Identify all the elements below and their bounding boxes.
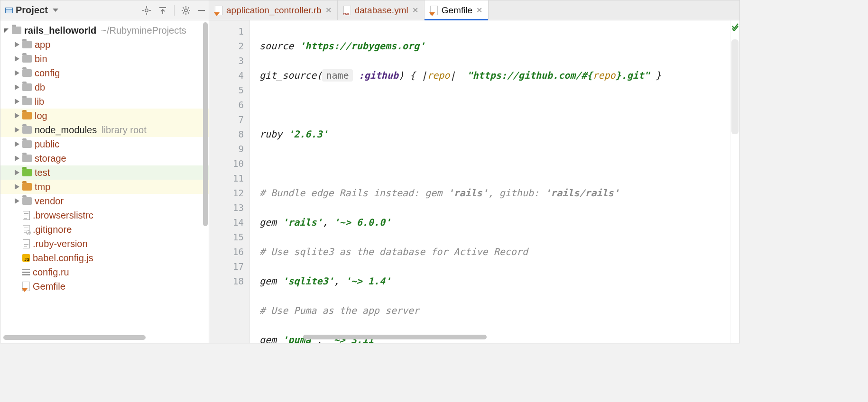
gear-icon[interactable]: [181, 6, 191, 15]
tree-folder[interactable]: node_moduleslibrary root: [0, 123, 209, 137]
svg-point-7: [185, 9, 187, 12]
folder-icon: [22, 55, 32, 63]
parameter-hint: name: [322, 69, 352, 82]
collapse-arrow-icon[interactable]: [14, 127, 20, 133]
tab-label: Gemfile: [442, 5, 472, 16]
text-file-icon: [22, 210, 30, 220]
expand-arrow-icon[interactable]: [3, 27, 10, 34]
project-view-selector[interactable]: Project: [3, 4, 60, 17]
tree-folder[interactable]: config: [0, 66, 209, 80]
collapse-arrow-icon[interactable]: [14, 84, 20, 91]
collapse-arrow-icon[interactable]: [14, 70, 20, 76]
collapse-arrow-icon[interactable]: [14, 155, 20, 162]
tree-item-label: test: [35, 167, 50, 178]
collapse-arrow-icon[interactable]: [14, 41, 20, 48]
tree-folder[interactable]: tmp: [0, 180, 209, 194]
tree-item-label: .ruby-version: [33, 238, 88, 249]
collapse-arrow-icon[interactable]: [14, 98, 20, 105]
line-number: 4: [209, 68, 244, 83]
tree-folder[interactable]: storage: [0, 151, 209, 165]
tree-folder[interactable]: test: [0, 165, 209, 180]
svg-marker-27: [15, 170, 19, 175]
folder-icon: [22, 169, 32, 176]
tree-item-label: node_modules: [35, 125, 97, 136]
locate-icon[interactable]: [142, 6, 151, 15]
tree-item-hint: library root: [102, 125, 146, 136]
scrollbar-thumb[interactable]: [303, 335, 487, 339]
line-number: 17: [209, 259, 244, 274]
tree-folder[interactable]: lib: [0, 94, 209, 109]
svg-marker-20: [15, 70, 19, 76]
project-tree[interactable]: rails_helloworld ~/RubymineProjects appb…: [0, 20, 209, 334]
tree-item-label: .browserslistrc: [33, 210, 93, 221]
folder-icon: [22, 197, 32, 205]
scrollbar-thumb[interactable]: [203, 22, 208, 226]
tree-file[interactable]: Gemfile: [0, 279, 209, 293]
editor-tab[interactable]: YMLdatabase.yml✕: [338, 0, 425, 20]
tree-item-label: babel.config.js: [33, 253, 93, 264]
close-icon[interactable]: ✕: [412, 7, 418, 14]
tree-root[interactable]: rails_helloworld ~/RubymineProjects: [0, 23, 209, 37]
tree-item-label: config.ru: [33, 267, 69, 278]
collapse-arrow-icon[interactable]: [14, 183, 20, 190]
editor-right-gutter[interactable]: [730, 20, 739, 343]
editor-tab[interactable]: application_controller.rb✕: [209, 0, 338, 20]
collapse-arrow-icon[interactable]: [14, 198, 20, 204]
tree-horizontal-scrollbar[interactable]: [3, 334, 206, 341]
tree-item-label: .gitignore: [33, 224, 72, 235]
line-number: 15: [209, 230, 244, 245]
code-text[interactable]: source 'https://rubygems.org' git_source…: [250, 20, 730, 343]
close-icon[interactable]: ✕: [476, 7, 482, 14]
yaml-file-icon: YML: [343, 6, 351, 15]
line-number: 7: [209, 112, 244, 127]
svg-marker-24: [15, 127, 19, 133]
tree-item-label: config: [35, 68, 60, 79]
scrollbar-thumb[interactable]: [3, 335, 146, 340]
collapse-arrow-icon[interactable]: [14, 55, 20, 62]
tree-item-label: app: [35, 39, 50, 50]
collapse-arrow-icon[interactable]: [14, 169, 20, 176]
editor-tab[interactable]: Gemfile✕: [425, 0, 489, 20]
folder-icon: [12, 27, 21, 34]
line-number: 11: [209, 171, 244, 186]
collapse-arrow-icon[interactable]: [14, 112, 20, 119]
collapse-all-icon[interactable]: [158, 6, 167, 15]
collapse-arrow-icon[interactable]: [14, 141, 20, 147]
project-toolbar-actions: [142, 5, 206, 16]
tree-item-label: lib: [35, 96, 44, 107]
tree-folder[interactable]: app: [0, 37, 209, 52]
hide-icon[interactable]: [197, 6, 206, 15]
tab-label: application_controller.rb: [226, 5, 322, 16]
line-number-gutter: 123456789101112131415161718: [209, 20, 250, 343]
tree-root-label: rails_helloworld: [24, 25, 96, 36]
editor-vertical-scrollbar[interactable]: [731, 39, 739, 134]
ruby-file-icon: [430, 6, 438, 15]
folder-icon: [22, 126, 32, 134]
tree-vertical-scrollbar[interactable]: [203, 22, 208, 321]
tree-folder[interactable]: db: [0, 80, 209, 94]
tree-file[interactable]: .ruby-version: [0, 237, 209, 251]
tree-file[interactable]: config.ru: [0, 265, 209, 279]
svg-line-15: [183, 12, 184, 13]
svg-marker-19: [15, 56, 19, 62]
editor-horizontal-scrollbar[interactable]: [303, 334, 720, 340]
svg-marker-17: [4, 28, 9, 33]
svg-point-0: [145, 9, 148, 11]
inspection-status-icon[interactable]: [732, 23, 738, 31]
tree-folder[interactable]: vendor: [0, 194, 209, 208]
tree-folder[interactable]: public: [0, 137, 209, 151]
close-icon[interactable]: ✕: [325, 7, 332, 14]
svg-marker-26: [15, 155, 19, 161]
tree-item-label: public: [35, 139, 59, 150]
line-number: 9: [209, 142, 244, 156]
svg-marker-18: [15, 42, 19, 47]
tree-folder[interactable]: bin: [0, 52, 209, 66]
ruby-file-icon: [215, 6, 222, 15]
text-file-icon: [22, 239, 30, 248]
tree-file[interactable]: .gitignore: [0, 222, 209, 237]
tree-file[interactable]: JSbabel.config.js: [0, 251, 209, 265]
tree-file[interactable]: .browserslistrc: [0, 208, 209, 222]
tree-item-label: vendor: [35, 196, 64, 207]
tree-folder[interactable]: log: [0, 109, 209, 123]
folder-icon: [22, 155, 32, 162]
